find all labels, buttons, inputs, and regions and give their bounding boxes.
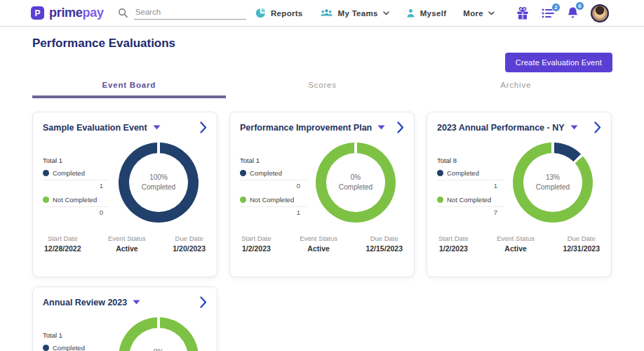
- evaluation-event-card: Sample Evaluation Event Total 1 Complete…: [32, 112, 217, 277]
- not-completed-value: 0: [43, 208, 110, 216]
- caret-down-icon[interactable]: [570, 125, 578, 130]
- person-icon: [406, 8, 415, 18]
- nav-item-myself[interactable]: Myself: [406, 8, 447, 18]
- legend-total: Total 1: [240, 157, 307, 164]
- caret-down-icon[interactable]: [377, 125, 385, 130]
- donut-center-label: Completed: [339, 183, 373, 193]
- caret-down-icon[interactable]: [133, 300, 140, 305]
- nav-item-my-teams[interactable]: My Teams: [320, 8, 389, 18]
- start-date-value: 12/28/2022: [44, 244, 81, 253]
- page-title: Performance Evaluations: [32, 37, 612, 51]
- donut-percent: 100%: [149, 173, 168, 183]
- card-title[interactable]: Sample Evaluation Event: [43, 123, 147, 133]
- start-date-label: Start Date: [241, 234, 271, 242]
- start-date-label: Start Date: [438, 234, 469, 242]
- event-status-value: Active: [300, 244, 337, 253]
- donut-legend: Total 1 Completed 1 Not Completed 0: [43, 143, 110, 223]
- due-date-label: Due Date: [173, 234, 206, 242]
- not-completed-dot-icon: [437, 197, 443, 203]
- tab-bar: Event Board Scores Archive: [32, 81, 612, 98]
- chevron-right-icon[interactable]: [594, 121, 601, 133]
- card-title[interactable]: 2023 Annual Performance - NY: [437, 123, 565, 133]
- legend-total: Total 8: [437, 157, 504, 164]
- event-status-label: Event Status: [300, 234, 337, 242]
- completed-value: 1: [437, 182, 504, 190]
- tab-archive[interactable]: Archive: [419, 81, 612, 98]
- not-completed-value: 7: [437, 208, 504, 216]
- top-nav: P primepay Reports: [0, 0, 644, 27]
- nav-item-label: My Teams: [338, 9, 378, 18]
- start-date-value: 1/2/2023: [438, 244, 469, 253]
- not-completed-label: Not Completed: [250, 196, 294, 204]
- nav-item-label: Myself: [420, 9, 447, 18]
- due-date-value: 12/31/2023: [563, 244, 600, 253]
- start-date-value: 1/2/2023: [241, 244, 271, 253]
- completion-donut-chart: 100% Completed: [119, 143, 199, 223]
- due-date-label: Due Date: [365, 234, 403, 242]
- tasks-icon[interactable]: 2: [542, 8, 555, 19]
- create-evaluation-event-button[interactable]: Create Evaluation Event: [505, 53, 612, 72]
- donut-legend: Total 1 Completed 0 Not Completed: [43, 317, 110, 351]
- completed-dot-icon: [43, 170, 49, 176]
- evaluation-event-card: Performance Improvement Plan Total 1 Com…: [229, 112, 415, 277]
- nav-item-reports[interactable]: Reports: [255, 8, 303, 18]
- notifications-bell-icon[interactable]: 6: [567, 6, 579, 20]
- search-icon[interactable]: [118, 8, 128, 18]
- legend-total: Total 1: [43, 331, 110, 339]
- completed-dot-icon: [240, 170, 246, 176]
- donut-center-label: Completed: [536, 183, 570, 193]
- chevron-right-icon[interactable]: [397, 121, 404, 133]
- completed-label: Completed: [447, 169, 479, 177]
- tab-event-board[interactable]: Event Board: [32, 81, 226, 98]
- donut-percent: 0%: [351, 173, 361, 183]
- search-input[interactable]: [134, 6, 246, 20]
- nav-item-label: Reports: [271, 9, 303, 18]
- primepay-logo-icon: P: [31, 6, 44, 20]
- people-icon: [320, 8, 333, 18]
- start-date-label: Start Date: [44, 234, 81, 242]
- completed-label: Completed: [250, 169, 282, 177]
- card-title[interactable]: Annual Review 2023: [43, 298, 127, 307]
- donut-percent: 13%: [546, 173, 560, 183]
- user-avatar[interactable]: [591, 4, 609, 22]
- event-board-grid: Sample Evaluation Event Total 1 Complete…: [32, 112, 612, 351]
- completed-dot-icon: [437, 170, 443, 176]
- completion-donut-chart: 0% Completed: [119, 317, 199, 351]
- pie-chart-icon: [255, 8, 266, 18]
- gift-icon[interactable]: [516, 6, 530, 20]
- event-status-label: Event Status: [497, 234, 535, 242]
- not-completed-dot-icon: [43, 197, 49, 203]
- completed-dot-icon: [43, 345, 49, 351]
- card-title[interactable]: Performance Improvement Plan: [240, 123, 372, 133]
- completion-donut-chart: 13% Completed: [513, 143, 593, 223]
- due-date-value: 12/15/2023: [365, 244, 403, 253]
- donut-legend: Total 1 Completed 0 Not Completed 1: [240, 143, 307, 223]
- due-date-value: 1/20/2023: [173, 244, 206, 253]
- completed-value: 0: [240, 182, 307, 190]
- legend-total: Total 1: [43, 157, 110, 164]
- primepay-logo-text: primepay: [49, 6, 104, 20]
- evaluation-event-card: 2023 Annual Performance - NY Total 8 Com…: [427, 112, 612, 277]
- chevron-right-icon[interactable]: [200, 121, 207, 133]
- event-status-label: Event Status: [108, 234, 146, 242]
- evaluation-event-card: Annual Review 2023 Total 1 Completed 0 N…: [32, 286, 217, 351]
- donut-center-label: Completed: [142, 183, 175, 193]
- notifications-badge: 6: [575, 1, 584, 11]
- tab-scores[interactable]: Scores: [226, 81, 420, 98]
- donut-legend: Total 8 Completed 1 Not Completed 7: [437, 143, 504, 223]
- not-completed-value: 1: [240, 208, 307, 216]
- tasks-badge: 2: [551, 3, 561, 12]
- chevron-down-icon: [488, 11, 495, 15]
- primepay-logo[interactable]: P primepay: [31, 6, 104, 20]
- due-date-label: Due Date: [563, 234, 600, 242]
- caret-down-icon[interactable]: [153, 125, 161, 130]
- nav-item-more[interactable]: More: [463, 9, 495, 18]
- not-completed-label: Not Completed: [447, 196, 491, 204]
- completed-value: 1: [43, 182, 110, 190]
- chevron-down-icon: [383, 11, 389, 15]
- completion-donut-chart: 0% Completed: [316, 143, 396, 223]
- chevron-right-icon[interactable]: [200, 296, 207, 308]
- completed-label: Completed: [53, 169, 85, 177]
- completed-label: Completed: [53, 344, 85, 351]
- not-completed-dot-icon: [240, 197, 246, 203]
